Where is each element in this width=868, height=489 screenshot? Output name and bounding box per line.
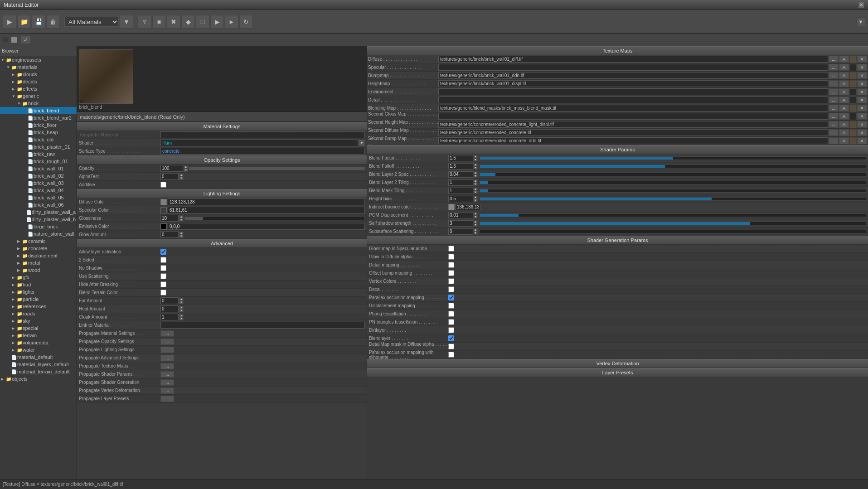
tree-item-roads[interactable]: ▶📁 roads xyxy=(0,310,77,317)
emissive-swatch[interactable] xyxy=(160,223,167,230)
shader-gen-checkbox-3[interactable] xyxy=(448,270,454,276)
glow-down[interactable]: ▼ xyxy=(179,235,184,238)
tex-input-0[interactable] xyxy=(438,56,828,63)
material-type-dropdown[interactable]: All Materials xyxy=(64,17,119,27)
tex-input-10[interactable] xyxy=(438,137,828,144)
toolbar-btn-4[interactable]: ◆ xyxy=(181,15,195,29)
specular-swatch[interactable] xyxy=(160,207,167,213)
sp-down-9[interactable]: ▼ xyxy=(473,232,478,235)
tree-item-terrain[interactable]: ▶📁 terrain xyxy=(0,332,77,339)
toolbar-btn-5[interactable]: □ xyxy=(196,15,209,29)
shader-slider-0[interactable] xyxy=(480,156,866,160)
tex-clear-btn-7[interactable]: ✕ xyxy=(857,113,867,120)
tree-item-nature_stone_wall[interactable]: 📄 nature_stone_wall xyxy=(0,230,77,237)
tree-item-concrete[interactable]: ▶📁 concrete xyxy=(0,245,77,252)
tex-input-2[interactable] xyxy=(438,72,828,79)
use-scattering-checkbox[interactable] xyxy=(160,273,166,279)
allow-layer-checkbox[interactable] xyxy=(160,249,166,255)
tex-browse-btn-1[interactable]: ... xyxy=(829,64,839,71)
shader-input-4[interactable] xyxy=(448,188,473,194)
tree-item-brick_wall_04[interactable]: 📄 brick_wall_04 xyxy=(0,187,77,194)
tex-input-9[interactable] xyxy=(438,129,828,136)
toolbar-btn-7[interactable]: ► xyxy=(225,15,238,29)
shader-slider-2[interactable] xyxy=(480,173,866,176)
glossiness-input[interactable]: 10 xyxy=(160,215,179,222)
tex-a-btn-6[interactable]: A xyxy=(839,105,849,111)
toolbar-btn-2[interactable]: ■ xyxy=(152,15,166,29)
prop-vd-btn1[interactable]: ... xyxy=(160,387,174,394)
prop-mat-btn1[interactable]: ... xyxy=(160,330,174,337)
prop-light-btn1[interactable]: ... xyxy=(160,347,174,353)
tex-browse-btn-2[interactable]: ... xyxy=(829,72,839,79)
tree-item-brick_raw[interactable]: 📄 brick_raw xyxy=(0,150,77,158)
tex-browse-btn-8[interactable]: ... xyxy=(829,121,839,128)
tree-item-brick_wall_06[interactable]: 📄 brick_wall_06 xyxy=(0,201,77,208)
toolbar-btn-8[interactable]: ↻ xyxy=(239,15,253,29)
shader-input-2[interactable] xyxy=(448,171,473,178)
new-button[interactable]: ▶ xyxy=(3,15,16,29)
glossiness-down[interactable]: ▼ xyxy=(179,218,184,222)
tree-item-dirty_plaster_wall_a[interactable]: 📄 dirty_plaster_wall_a xyxy=(0,208,77,216)
tree-item-sky[interactable]: ▶📁 sky xyxy=(0,317,77,324)
sp-up-0[interactable]: ▲ xyxy=(473,155,478,158)
tex-browse-btn-3[interactable]: ... xyxy=(829,80,839,87)
tree-item-materials[interactable]: ▼📁 materials xyxy=(0,63,77,71)
tex-a-btn-8[interactable]: A xyxy=(839,121,849,128)
tex-browse-btn-9[interactable]: ... xyxy=(829,129,839,136)
prop-lp-btn1[interactable]: ... xyxy=(160,396,174,402)
shader-gen-checkbox-4[interactable] xyxy=(448,278,454,284)
tex-a-btn-4[interactable]: A xyxy=(839,88,849,95)
alphatest-up[interactable]: ▲ xyxy=(179,174,184,177)
shader-gen-checkbox-8[interactable] xyxy=(448,311,454,317)
tex-a-btn-2[interactable]: A xyxy=(839,72,849,79)
delete-button[interactable]: 🗑 xyxy=(46,15,60,29)
link-to-material-input[interactable] xyxy=(160,322,365,329)
tex-input-3[interactable] xyxy=(438,80,828,87)
tree-item-engineassets[interactable]: ▼📁 engineassets xyxy=(0,56,77,63)
shader-gen-checkbox-7[interactable] xyxy=(448,303,454,309)
shader-slider-3[interactable] xyxy=(480,181,866,184)
shader-gen-checkbox-12[interactable] xyxy=(448,344,454,349)
toolbar-btn-6[interactable]: ▶ xyxy=(210,15,224,29)
tree-item-references[interactable]: ▶📁 references xyxy=(0,303,77,310)
shader-slider-5[interactable] xyxy=(480,197,866,201)
shader-gen-checkbox-6[interactable] xyxy=(448,295,454,300)
tree-item-gfx[interactable]: ▶📁 gfx xyxy=(0,274,77,281)
shader-gen-checkbox-11[interactable] xyxy=(448,335,454,341)
shader-gen-checkbox-2[interactable] xyxy=(448,262,454,268)
cloak-up[interactable]: ▲ xyxy=(179,314,184,317)
shader-input[interactable]: Illum xyxy=(160,140,358,146)
tree-item-objects[interactable]: ▶📁 objects xyxy=(0,375,77,382)
tex-clear-btn-4[interactable]: ✕ xyxy=(857,88,867,95)
alphatest-input[interactable]: 0 xyxy=(160,173,179,180)
tree-item-brick_blend_var2[interactable]: 📄 brick_blend_var2 xyxy=(0,114,77,121)
shader-slider-4[interactable] xyxy=(480,189,866,193)
tex-a-btn-3[interactable]: A xyxy=(839,80,849,87)
tree-item-dirty_plaster_wall_b[interactable]: 📄 dirty_plaster_wall_b xyxy=(0,216,77,223)
opacity-input[interactable]: 100 xyxy=(160,165,183,172)
tex-browse-btn-6[interactable]: ... xyxy=(829,105,839,111)
shader-gen-checkbox-9[interactable] xyxy=(448,319,454,325)
sp-down-8[interactable]: ▼ xyxy=(473,223,478,227)
tree-item-brick_rough_01[interactable]: 📄 brick_rough_01 xyxy=(0,158,77,165)
tree-item-material_default[interactable]: 📄 material_default xyxy=(0,353,77,361)
diffuse-swatch[interactable] xyxy=(160,199,167,205)
tex-input-4[interactable] xyxy=(438,88,828,95)
tree-item-decals[interactable]: ▶📁 decals xyxy=(0,78,77,85)
tex-a-btn-9[interactable]: A xyxy=(839,129,849,136)
tex-input-6[interactable] xyxy=(438,105,828,111)
tex-browse-btn-7[interactable]: ... xyxy=(829,113,839,120)
tex-clear-btn-0[interactable]: ✕ xyxy=(857,56,867,63)
tree-item-brick_floor[interactable]: 📄 brick_floor xyxy=(0,121,77,129)
toolbar-btn-3[interactable]: ✖ xyxy=(167,15,180,29)
tex-a-btn-7[interactable]: A xyxy=(839,113,849,120)
shader-input-3[interactable] xyxy=(448,179,473,186)
tree-item-displacement[interactable]: ▶📁 displacement xyxy=(0,252,77,259)
save-button[interactable]: 💾 xyxy=(32,15,45,29)
sp-down-3[interactable]: ▼ xyxy=(473,183,478,186)
fur-amount-input[interactable]: 0 xyxy=(160,297,179,304)
sp-down-1[interactable]: ▼ xyxy=(473,166,478,169)
opacity-down[interactable]: ▼ xyxy=(184,169,188,172)
tree-item-volumedata[interactable]: ▶📁 volumedata xyxy=(0,339,77,346)
glow-up[interactable]: ▲ xyxy=(179,232,184,235)
